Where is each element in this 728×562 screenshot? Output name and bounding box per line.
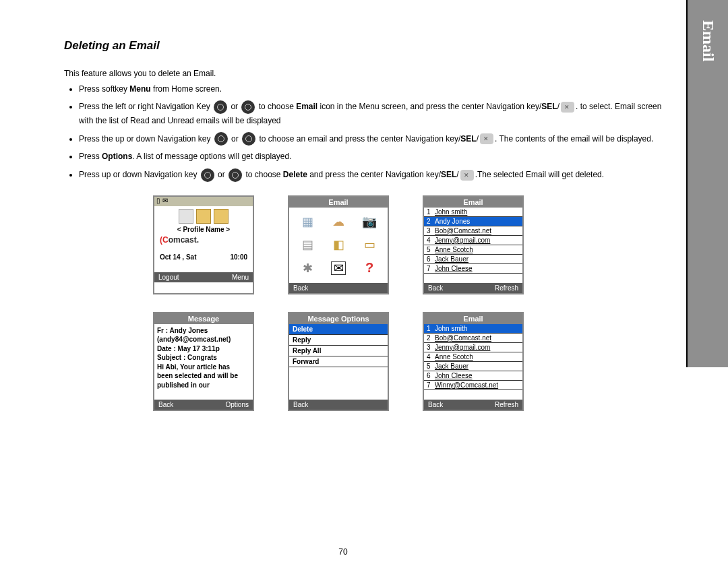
option-item: Delete — [289, 324, 388, 335]
phone-screen-menu: Email ▦ ☁ 📷 ▤ ◧ ▭ ✱ ✉ ? Back — [288, 195, 389, 294]
status-bar: ▯ ✉ — [154, 197, 253, 206]
text: icon in the Menu screen, and press the c… — [317, 102, 541, 111]
intro-text: This feature allows you to delete an Ema… — [64, 67, 666, 80]
page-number: 70 — [338, 547, 347, 557]
nav-up-down-icon — [229, 168, 242, 182]
text: Press — [79, 152, 102, 161]
text: Press up or down Navigation key — [79, 170, 200, 179]
phone-screen-message: Message Fr : Andy Jones (andy84@comcast.… — [153, 312, 254, 411]
option-item: Reply All — [289, 346, 388, 356]
email-list-item: 2Andy Jones — [424, 217, 522, 226]
bold: Menu — [129, 84, 150, 94]
home-date: Oct 14 , Sat — [160, 253, 196, 261]
section-heading: Deleting an Email — [64, 39, 666, 53]
text: and press the center Navigation key/ — [307, 170, 441, 179]
email-list-item: 7Winny@Comcast.net — [424, 381, 522, 390]
phone-screen-message-options: Message Options DeleteReplyReply AllForw… — [288, 312, 389, 411]
msg-body-line: published in our — [157, 381, 250, 390]
bold: SEL — [541, 102, 557, 111]
softkey-right: Refresh — [495, 284, 518, 292]
instruction-list: Press softkey Menu from Home screen. Pre… — [64, 82, 666, 182]
step-3: Press the up or down Navigation key or t… — [79, 132, 666, 146]
screen-title: Email — [424, 313, 522, 324]
email-list-item: 5Jack Bauer — [424, 362, 522, 371]
softkey-left: Logout — [158, 274, 179, 281]
step-4: Press Options. A list of message options… — [79, 150, 666, 163]
text: to choose — [256, 102, 296, 111]
sidebar-tab: Email — [686, 0, 728, 367]
document-page: Deleting an Email This feature allows yo… — [0, 0, 728, 562]
screens-row-2: Message Fr : Andy Jones (andy84@comcast.… — [153, 312, 666, 411]
bold: Delete — [283, 170, 307, 179]
menu-icon: ▤ — [295, 236, 320, 253]
softkey-right: Refresh — [495, 401, 518, 408]
email-list-item: 3Bob@Comcast.net — [424, 226, 522, 236]
menu-icon: 📷 — [357, 213, 382, 230]
nav-up-down-icon — [214, 132, 228, 146]
nav-left-right-icon — [214, 100, 227, 114]
menu-icon: ✱ — [295, 259, 320, 277]
bold: Email — [296, 102, 317, 111]
email-list-item: 3Jenny@gmail.com — [424, 343, 522, 352]
phone-screen-email-list: Email 1John smith2Andy Jones3Bob@Comcast… — [423, 195, 524, 294]
folder-icon — [214, 209, 229, 224]
screens-row-1: ▯ ✉ < Profile Name > (Comcast. Oct 14 , … — [153, 195, 666, 294]
email-list-item: 4Jenny@gmail.com — [424, 236, 522, 245]
email-list-item: 4Anne Scotch — [424, 352, 522, 362]
softkey-left: Back — [293, 401, 308, 408]
nav-up-down-icon — [201, 168, 214, 182]
nav-up-down-icon — [242, 132, 255, 146]
text: .The selected Email will get deleted. — [475, 170, 604, 179]
text: to choose — [243, 170, 283, 179]
msg-date: Date : May 17 3:11p — [157, 344, 250, 354]
msg-from-addr: (andy84@comcast.net) — [157, 335, 250, 344]
softkey-left: Back — [158, 401, 173, 408]
email-list-item: 1John smith — [424, 208, 522, 217]
select-key-icon — [561, 102, 574, 113]
home-content: < Profile Name > (Comcast. Oct 14 , Sat … — [154, 206, 253, 263]
text: to choose an email and press the center … — [257, 134, 460, 144]
screen-title: Email — [424, 197, 522, 208]
bold: Options — [102, 152, 132, 161]
profile-name-text: < Profile Name > — [157, 226, 250, 233]
softkey-left: Back — [428, 284, 443, 292]
email-list-item: 6Jack Bauer — [424, 255, 522, 264]
nav-left-right-icon — [241, 100, 255, 114]
sidebar-tab-label: Email — [699, 20, 717, 61]
msg-body-line: Hi Abi, Your article has — [157, 363, 250, 372]
softkey-left: Back — [428, 401, 443, 408]
text: Press the left or right Navigation Key — [79, 102, 212, 111]
msg-body-line: been selected and will be — [157, 371, 250, 381]
profile-icon — [179, 209, 193, 224]
option-item: Reply — [289, 335, 388, 346]
text: Press softkey — [79, 84, 129, 94]
menu-icon: ▦ — [295, 213, 320, 230]
bold: SEL — [460, 134, 476, 144]
email-list-item: 1John smith — [424, 324, 522, 334]
phone-screen-email-list-after: Email 1John smith2Bob@Comcast.net3Jenny@… — [423, 312, 524, 411]
step-5: Press up or down Navigation key or to ch… — [79, 168, 666, 182]
page-content: Deleting an Email This feature allows yo… — [0, 0, 686, 562]
home-time: 10:00 — [230, 253, 247, 261]
menu-email-icon: ✉ — [326, 259, 351, 277]
softkey-right: Menu — [232, 274, 249, 281]
text: from Home screen. — [151, 84, 222, 94]
menu-icon: ◧ — [326, 236, 351, 253]
phone-screen-home: ▯ ✉ < Profile Name > (Comcast. Oct 14 , … — [153, 195, 254, 294]
step-1: Press softkey Menu from Home screen. — [79, 82, 666, 96]
email-list-item: 2Bob@Comcast.net — [424, 334, 522, 343]
text: or — [216, 170, 227, 179]
screen-title: Message — [154, 313, 253, 324]
bold: SEL — [441, 170, 456, 179]
msg-from: Fr : Andy Jones — [157, 326, 250, 336]
text: Press the up or down Navigation key — [79, 134, 213, 144]
softkey-left: Back — [293, 284, 308, 292]
screen-title: Message Options — [289, 313, 388, 324]
comcast-logo: (Comcast. — [160, 235, 250, 245]
folder-icon — [196, 209, 211, 224]
option-item: Forward — [289, 356, 388, 367]
email-list-item: 5Anne Scotch — [424, 245, 522, 255]
screen-title: Email — [289, 197, 388, 208]
step-2: Press the left or right Navigation Key o… — [79, 100, 666, 127]
text: or — [229, 134, 241, 144]
